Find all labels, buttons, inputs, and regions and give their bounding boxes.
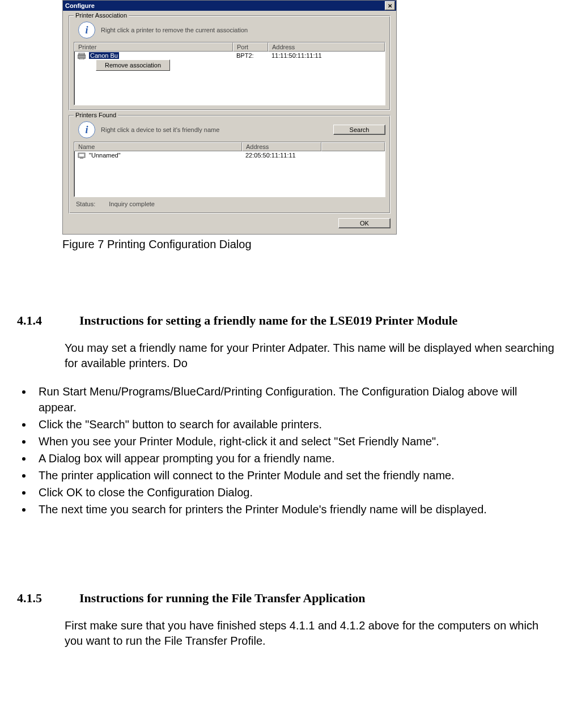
- svg-rect-0: [79, 53, 84, 55]
- configure-dialog: Configure ✕ Printer Association i Right …: [62, 0, 397, 235]
- column-header-name[interactable]: Name: [74, 142, 242, 151]
- dialog-title: Configure: [65, 2, 385, 9]
- group-legend: Printers Found: [74, 112, 118, 118]
- printer-icon: [78, 53, 86, 59]
- svg-rect-1: [78, 55, 86, 58]
- group-legend: Printer Association: [74, 12, 129, 19]
- figure-caption: Figure 7 Printing Configuration Dialog: [62, 238, 397, 251]
- section-paragraph: First make sure that you have finished s…: [65, 618, 556, 649]
- column-header-address[interactable]: Address: [268, 42, 385, 52]
- table-row[interactable]: "Unnamed" 22:05:50:11:11:11: [74, 151, 385, 160]
- device-icon: [78, 152, 86, 159]
- section-number: 4.1.5: [17, 591, 57, 606]
- status-label: Status:: [76, 201, 95, 207]
- ok-button[interactable]: OK: [338, 218, 391, 228]
- printers-found-group: Printers Found i Right click a device to…: [69, 115, 391, 214]
- device-address: 22:05:50:11:11:11: [242, 152, 321, 159]
- section-paragraph: You may set a friendly name for your Pri…: [65, 340, 556, 371]
- column-header-address[interactable]: Address: [242, 142, 321, 151]
- list-item: The printer application will connect to …: [33, 467, 556, 483]
- section-heading-415: 4.1.5 Instructions for running the File …: [17, 591, 556, 606]
- section-number: 4.1.4: [17, 313, 57, 328]
- section-title: Instructions for running the File Transf…: [79, 591, 556, 606]
- column-header-port[interactable]: Port: [233, 42, 268, 52]
- info-icon: i: [78, 22, 95, 39]
- list-item: Click the "Search" button to search for …: [33, 416, 556, 432]
- svg-rect-5: [80, 157, 83, 159]
- search-button[interactable]: Search: [333, 125, 385, 135]
- printer-name: Canon Bu: [89, 52, 119, 59]
- svg-rect-2: [79, 58, 84, 59]
- section-title: Instructions for setting a friendly name…: [79, 313, 556, 328]
- info-text: Right click a printer to remove the curr…: [101, 27, 248, 33]
- context-item-remove[interactable]: Remove association: [97, 61, 169, 70]
- column-header-printer[interactable]: Printer: [74, 42, 233, 52]
- close-icon[interactable]: ✕: [385, 1, 395, 10]
- section-heading-414: 4.1.4 Instructions for setting a friendl…: [17, 313, 556, 328]
- list-item: Click OK to close the Configuration Dial…: [33, 484, 556, 500]
- titlebar[interactable]: Configure ✕: [63, 1, 396, 11]
- column-header-blank: [321, 142, 385, 151]
- svg-rect-4: [79, 154, 84, 156]
- bullet-list: Run Start Menu/Programs/BlueCard/Printin…: [17, 384, 556, 517]
- list-item: The next time you search for printers th…: [33, 501, 556, 517]
- info-icon: i: [78, 121, 95, 138]
- list-item: When you see your Printer Module, right-…: [33, 433, 556, 449]
- list-item: Run Start Menu/Programs/BlueCard/Printin…: [33, 384, 556, 415]
- printers-found-list[interactable]: Name Address "Unnamed": [74, 142, 385, 197]
- printer-port: BPT2:: [233, 52, 268, 59]
- context-menu[interactable]: Remove association: [96, 59, 170, 71]
- printer-association-group: Printer Association i Right click a prin…: [69, 15, 391, 110]
- printer-association-list[interactable]: Printer Port Address Canon Bu: [74, 42, 385, 105]
- info-text: Right click a device to set it's friendl…: [101, 126, 219, 133]
- device-name: "Unnamed": [89, 152, 121, 159]
- printer-address: 11:11:50:11:11:11: [268, 52, 385, 59]
- status-value: Inquiry complete: [109, 201, 155, 207]
- table-row[interactable]: Canon Bu BPT2: 11:11:50:11:11:11: [74, 52, 385, 60]
- list-item: A Dialog box will appear prompting you f…: [33, 450, 556, 466]
